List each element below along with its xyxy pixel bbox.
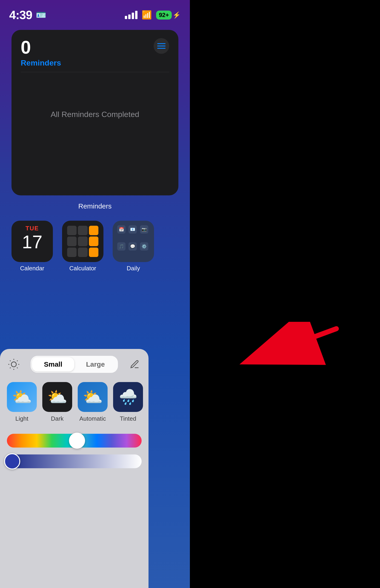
icon-option-dark[interactable]: ⛅ Dark bbox=[42, 382, 72, 422]
list-icon bbox=[157, 42, 166, 50]
battery-container: 92+ ⚡ bbox=[156, 11, 181, 19]
signal-bars bbox=[125, 11, 137, 19]
automatic-label: Automatic bbox=[79, 415, 106, 422]
calculator-icon bbox=[62, 221, 103, 262]
battery-level: 92+ bbox=[159, 12, 169, 19]
status-time: 4:39 bbox=[9, 8, 32, 22]
pencil-icon bbox=[130, 359, 140, 369]
daily-app[interactable]: 📅 📧 📷 🎵 💬 ⚙️ Daily bbox=[113, 221, 154, 272]
app-icons-row: TUE 17 Calendar Calculator 📅 📧 📷 🎵 💬 ⚙️ bbox=[12, 221, 154, 272]
battery-badge: 92+ bbox=[156, 11, 172, 19]
brightness-icon bbox=[7, 358, 21, 371]
large-size-button[interactable]: Large bbox=[74, 357, 116, 371]
weather-auto-icon: ⛅ bbox=[78, 382, 108, 412]
color-slider[interactable] bbox=[7, 434, 142, 448]
icon-options-row: ⛅ Light ⛅ Dark ⛅ Automatic 🌧️ Tinted bbox=[7, 382, 142, 422]
svg-line-6 bbox=[10, 360, 11, 361]
svg-line-11 bbox=[17, 360, 18, 361]
cal-day-name: TUE bbox=[25, 225, 39, 232]
sun-icon bbox=[8, 358, 20, 370]
status-bar: 4:39 🪪 📶 92+ ⚡ bbox=[0, 0, 190, 23]
saturation-slider[interactable] bbox=[7, 455, 142, 468]
daily-icon: 📅 📧 📷 🎵 💬 ⚙️ bbox=[113, 221, 154, 262]
red-arrow-container bbox=[221, 322, 341, 373]
svg-line-13 bbox=[249, 329, 336, 361]
calculator-app[interactable]: Calculator bbox=[62, 221, 103, 272]
widget-divider bbox=[21, 72, 169, 72]
weather-tinted-icon: 🌧️ bbox=[113, 382, 143, 412]
size-selector-row: Small Large bbox=[7, 356, 142, 373]
pencil-button[interactable] bbox=[128, 358, 142, 371]
weather-light-icon: ⛅ bbox=[7, 382, 37, 412]
black-panel bbox=[190, 0, 380, 588]
size-toggle: Small Large bbox=[31, 356, 118, 373]
svg-rect-1 bbox=[157, 45, 166, 46]
weather-dark-icon: ⛅ bbox=[42, 382, 72, 412]
list-icon-button[interactable] bbox=[153, 38, 169, 54]
widget-label: Reminders bbox=[0, 202, 190, 210]
calendar-app[interactable]: TUE 17 Calendar bbox=[12, 221, 53, 272]
cal-day-num: 17 bbox=[22, 232, 42, 252]
calendar-label: Calendar bbox=[20, 265, 44, 272]
battery-lightning: ⚡ bbox=[173, 11, 181, 19]
saturation-slider-thumb bbox=[4, 453, 20, 469]
svg-line-7 bbox=[17, 368, 18, 368]
icon-option-automatic[interactable]: ⛅ Automatic bbox=[78, 382, 108, 422]
reminders-widget: 0 Reminders All Reminders Completed bbox=[12, 30, 178, 195]
wifi-icon: 📶 bbox=[142, 10, 152, 20]
daily-label: Daily bbox=[127, 265, 140, 272]
icon-option-light[interactable]: ⛅ Light bbox=[7, 382, 37, 422]
widget-count: 0 bbox=[21, 38, 169, 57]
sim-icon: 🪪 bbox=[36, 10, 46, 20]
icon-option-tinted[interactable]: 🌧️ Tinted bbox=[113, 382, 143, 422]
svg-line-10 bbox=[10, 368, 11, 368]
dark-label: Dark bbox=[51, 415, 64, 422]
small-size-button[interactable]: Small bbox=[32, 357, 74, 371]
svg-point-3 bbox=[11, 362, 16, 367]
calendar-icon: TUE 17 bbox=[12, 221, 53, 262]
widget-empty-text: All Reminders Completed bbox=[51, 110, 139, 119]
status-icons: 📶 92+ ⚡ bbox=[125, 10, 181, 20]
color-slider-thumb bbox=[69, 433, 85, 449]
calculator-label: Calculator bbox=[69, 265, 96, 272]
light-label: Light bbox=[15, 415, 28, 422]
tinted-label: Tinted bbox=[120, 415, 136, 422]
bottom-panel: Small Large ⛅ Light ⛅ Dark bbox=[0, 349, 149, 588]
widget-title: Reminders bbox=[21, 58, 169, 67]
svg-rect-2 bbox=[157, 48, 166, 49]
svg-rect-0 bbox=[157, 43, 166, 44]
red-arrow bbox=[221, 322, 341, 372]
